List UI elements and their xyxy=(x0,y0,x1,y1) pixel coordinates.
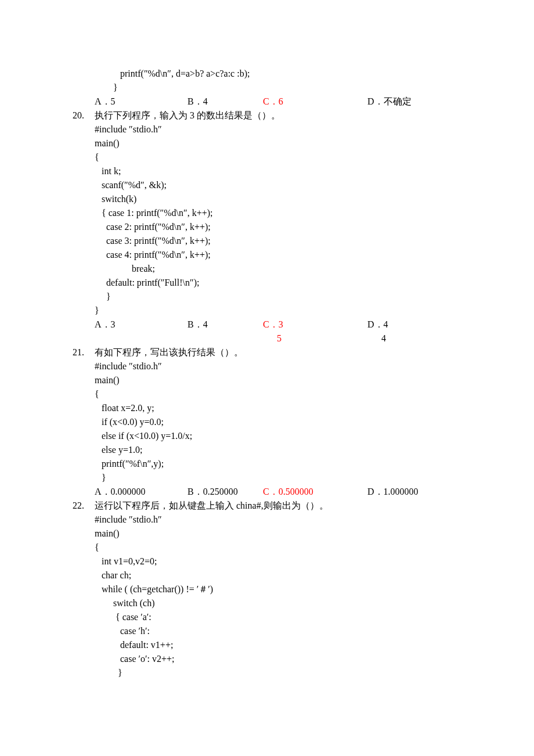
q20-number: 20. xyxy=(73,109,95,123)
q19-options: A．5 B．4 C．6 D．不确定 xyxy=(73,95,467,109)
code-line: int k; xyxy=(95,164,467,178)
code-line: #include ″stdio.h″ xyxy=(95,513,467,527)
code-line: main() xyxy=(95,373,467,387)
code-line: char ch; xyxy=(95,568,467,582)
code-line: switch(k) xyxy=(95,192,467,206)
q21-option-c: C．0.500000 xyxy=(263,485,367,499)
code-line: default: printf(″Full!\n″); xyxy=(95,276,467,290)
code-line: default: v1++; xyxy=(95,638,467,652)
code-line: { case 1: printf(″%d\n″, k++); xyxy=(95,206,467,220)
q19-code-line: } xyxy=(73,81,467,95)
q22-code: #include ″stdio.h″ main() { int v1=0,v2=… xyxy=(73,513,467,680)
q22-number: 22. xyxy=(73,499,95,513)
code-line: case 3: printf(″%d\n″, k++); xyxy=(95,234,467,248)
q21-options: A．0.000000 B．0.250000 C．0.500000 D．1.000… xyxy=(73,485,467,499)
q20-option-d: D．4 xyxy=(367,318,388,332)
q21-option-b: B．0.250000 xyxy=(187,485,263,499)
q21-text: 有如下程序，写出该执行结果（）。 xyxy=(95,345,243,359)
q21-option-a: A．0.000000 xyxy=(95,485,187,499)
code-line: main() xyxy=(95,527,467,541)
q19-option-c: C．6 xyxy=(263,95,367,109)
code-line: { xyxy=(95,387,467,401)
spacer xyxy=(95,332,187,345)
document-page: printf(″%d\n″, d=a>b? a>c?a:c :b); } A．5… xyxy=(0,0,534,756)
q20-option-d-line2: 4 xyxy=(367,332,386,345)
q20-heading: 20.执行下列程序，输入为 3 的数出结果是（）。 xyxy=(73,109,467,123)
code-line: } xyxy=(95,666,467,680)
q20-options-line2: 5 4 xyxy=(73,332,467,345)
code-line: while ( (ch=getchar()) != ′＃′) xyxy=(95,582,467,596)
code-line: { case ′a′: xyxy=(95,610,467,624)
code-line: case ′o′: v2++; xyxy=(95,652,467,666)
q20-option-c: C．3 xyxy=(263,318,367,332)
q20-code: #include ″stdio.h″ main() { int k; scanf… xyxy=(73,123,467,318)
code-line: } xyxy=(95,471,467,485)
code-line: case 2: printf(″%d\n″, k++); xyxy=(95,220,467,234)
q19-option-b: B．4 xyxy=(187,95,263,109)
code-line: case ′h′: xyxy=(95,624,467,638)
q21-number: 21. xyxy=(73,345,95,359)
code-line: int v1=0,v2=0; xyxy=(95,555,467,568)
code-line: break; xyxy=(95,262,467,276)
code-line: { xyxy=(95,541,467,555)
q20-text: 执行下列程序，输入为 3 的数出结果是（）。 xyxy=(95,109,280,123)
q20-option-c-line2: 5 xyxy=(263,332,367,345)
code-line: scanf(″%d″, &k); xyxy=(95,178,467,192)
q21-heading: 21.有如下程序，写出该执行结果（）。 xyxy=(73,345,467,359)
code-line: else if (x<10.0) y=1.0/x; xyxy=(95,429,467,443)
q22-text: 运行以下程序后，如从键盘上输入 china#,则输出为（）。 xyxy=(95,499,329,513)
q21-code: #include ″stdio.h″ main() { float x=2.0,… xyxy=(73,359,467,485)
code-line: { xyxy=(95,150,467,164)
code-line: printf(″%f\n″,y); xyxy=(95,457,467,471)
q19-code-line: printf(″%d\n″, d=a>b? a>c?a:c :b); xyxy=(73,67,467,81)
q20-option-a: A．3 xyxy=(95,318,187,332)
q20-option-b: B．4 xyxy=(187,318,263,332)
code-line: switch (ch) xyxy=(95,596,467,610)
code-line: } xyxy=(95,304,467,318)
q21-option-d: D．1.000000 xyxy=(367,485,418,499)
code-line: float x=2.0, y; xyxy=(95,401,467,415)
code-line: if (x<0.0) y=0.0; xyxy=(95,415,467,429)
code-line: case 4: printf(″%d\n″, k++); xyxy=(95,248,467,262)
code-line: #include ″stdio.h″ xyxy=(95,359,467,373)
spacer xyxy=(187,332,263,345)
q19-option-a: A．5 xyxy=(95,95,187,109)
code-line: } xyxy=(95,290,467,304)
code-line: #include ″stdio.h″ xyxy=(95,123,467,136)
q22-heading: 22.运行以下程序后，如从键盘上输入 china#,则输出为（）。 xyxy=(73,499,467,513)
q20-options: A．3 B．4 C．3 D．4 xyxy=(73,318,467,332)
code-line: else y=1.0; xyxy=(95,443,467,457)
code-line: main() xyxy=(95,136,467,150)
q19-option-d: D．不确定 xyxy=(367,95,412,109)
